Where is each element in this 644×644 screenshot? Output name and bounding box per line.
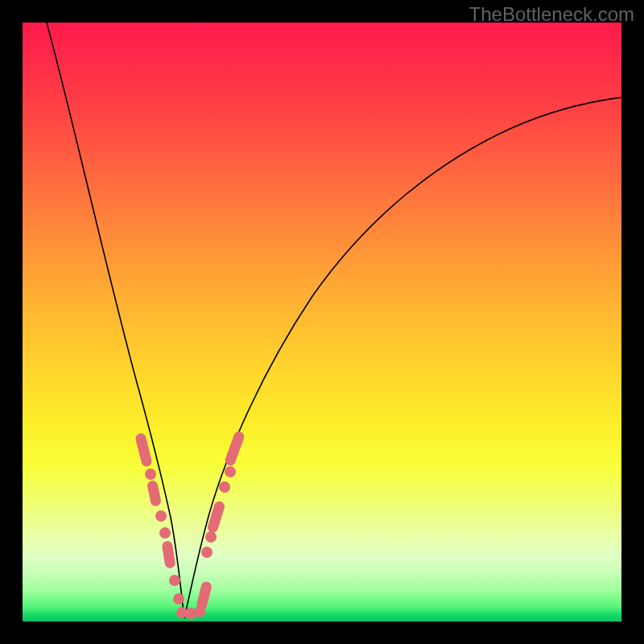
svg-point-13: [205, 531, 217, 543]
svg-point-7: [173, 593, 184, 605]
right-branch-curve: [184, 97, 621, 618]
svg-rect-0: [134, 432, 153, 468]
svg-point-4: [159, 527, 171, 539]
plot-area: [23, 23, 621, 621]
svg-rect-14: [206, 500, 225, 534]
svg-rect-17: [224, 430, 246, 467]
svg-point-3: [155, 510, 167, 522]
svg-point-6: [169, 575, 180, 586]
curve-layer: [23, 23, 621, 621]
svg-point-12: [201, 547, 213, 558]
svg-point-16: [225, 466, 236, 477]
svg-rect-5: [161, 540, 175, 569]
svg-rect-2: [147, 480, 162, 507]
outer-frame: TheBottleneck.com: [0, 0, 644, 644]
svg-rect-11: [196, 580, 213, 611]
svg-point-15: [219, 481, 230, 493]
svg-point-1: [145, 469, 156, 480]
